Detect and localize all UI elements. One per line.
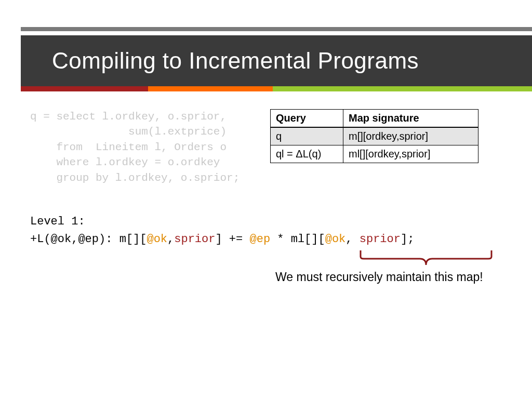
level-label: Level 1:: [30, 215, 85, 228]
brace-annotation: [358, 249, 494, 270]
stripe-red: [21, 86, 148, 91]
table-header-query: Query: [271, 110, 343, 128]
token-ok: @ok: [325, 233, 346, 246]
code-piece: ];: [401, 233, 414, 246]
curly-brace-icon: [358, 249, 494, 268]
table-cell: m[][ordkey,sprior]: [343, 127, 478, 145]
header-thin-bar: [21, 27, 532, 31]
table-row: q m[][ordkey,sprior]: [271, 127, 478, 145]
header-band: Compiling to Incremental Programs: [21, 35, 532, 86]
sql-line-1: q = select l.ordkey, o.sprior,: [30, 111, 227, 123]
table-cell: q: [271, 127, 343, 145]
code-piece: ,: [345, 233, 359, 246]
slide-title: Compiling to Incremental Programs: [52, 48, 419, 74]
header-stripe: [21, 86, 532, 91]
table-cell: ml[][ordkey,sprior]: [343, 145, 478, 163]
code-piece: +L(@ok,@ep): m[][: [30, 233, 147, 246]
stripe-orange: [148, 86, 273, 91]
table-header-mapsig: Map signature: [343, 110, 478, 128]
sql-line-4: where l.ordkey = o.ordkey: [30, 156, 220, 168]
map-signature-table: Query Map signature q m[][ordkey,sprior]…: [270, 109, 478, 163]
slide: Compiling to Incremental Programs q = se…: [0, 0, 532, 399]
token-sprior: sprior: [360, 233, 401, 246]
annotation-caption: We must recursively maintain this map!: [275, 270, 483, 284]
token-sprior: sprior: [174, 233, 215, 246]
sql-line-3: from Lineitem l, Orders o: [30, 141, 227, 153]
sql-query-block: q = select l.ordkey, o.sprior, sum(l.ext…: [30, 109, 240, 185]
token-ep: @ep: [249, 233, 270, 246]
sql-line-5: group by l.ordkey, o.sprior;: [30, 172, 240, 184]
sql-line-2: sum(l.extprice): [30, 126, 227, 138]
code-piece: ,: [167, 233, 174, 246]
code-piece: ] +=: [215, 233, 249, 246]
table-row: ql = ΔL(q) ml[][ordkey,sprior]: [271, 145, 478, 163]
code-piece: * ml[][: [270, 233, 325, 246]
stripe-green: [273, 86, 532, 91]
token-ok: @ok: [147, 233, 167, 246]
table-cell: ql = ΔL(q): [271, 145, 343, 163]
level-code-block: Level 1: +L(@ok,@ep): m[][@ok,sprior] +=…: [30, 213, 414, 248]
